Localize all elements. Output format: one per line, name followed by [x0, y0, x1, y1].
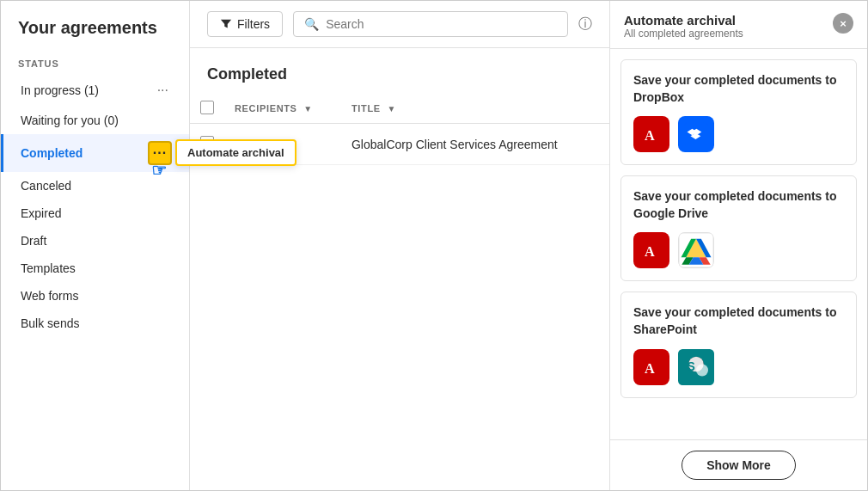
cursor-hand-icon: ☞ — [151, 160, 167, 181]
panel-header: Automate archival All completed agreemen… — [610, 1, 867, 49]
search-box[interactable]: 🔍 — [293, 11, 568, 37]
row-title: GlobalCorp Client Services Agreement — [341, 124, 609, 165]
search-input[interactable] — [326, 17, 557, 31]
sidebar-item-expired[interactable]: Expired — [1, 199, 189, 227]
filter-label: Filters — [237, 17, 270, 31]
sidebar-item-draft[interactable]: Draft — [1, 227, 189, 255]
sidebar-item-in-progress[interactable]: In progress (1) ··· — [1, 74, 189, 107]
automate-archival-tooltip: Automate archival — [175, 139, 296, 166]
google-drive-icon — [678, 232, 714, 268]
automate-archival-wrapper: ··· Automate archival ☞ — [148, 141, 172, 165]
dropbox-card[interactable]: Save your completed documents to DropBox… — [620, 59, 857, 165]
sidebar-item-label: Draft — [21, 234, 46, 248]
svg-text:A: A — [645, 244, 655, 260]
funnel-icon — [220, 18, 232, 30]
recipients-sort-icon[interactable]: ▼ — [303, 104, 313, 114]
panel-subtitle: All completed agreements — [624, 28, 743, 40]
gdrive-card-icons: A — [633, 232, 844, 268]
main-content: Filters 🔍 ⓘ Completed Recipients — [190, 1, 609, 490]
svg-text:S: S — [688, 359, 695, 372]
dropbox-card-icons: A — [633, 116, 844, 152]
panel-body: Save your completed documents to DropBox… — [610, 49, 867, 439]
sidebar-item-label: In progress (1) — [21, 83, 99, 97]
sidebar-item-web-forms[interactable]: Web forms — [1, 282, 189, 310]
acrobat-icon: A — [633, 116, 669, 152]
sharepoint-card-icons: A S — [633, 349, 844, 385]
dropbox-card-title: Save your completed documents to DropBox — [633, 72, 844, 106]
sidebar-item-label: Waiting for you (0) — [21, 114, 119, 127]
sidebar-item-label: Completed — [21, 146, 83, 160]
table-area: Completed Recipients ▼ Title ▼ — [190, 48, 609, 490]
sidebar-item-label: Expired — [21, 206, 61, 220]
gdrive-card[interactable]: Save your completed documents to Google … — [620, 175, 857, 281]
acrobat-icon-2: A — [633, 232, 669, 268]
sidebar: Your agreements STATUS In progress (1) ·… — [1, 1, 190, 490]
sidebar-item-completed[interactable]: Completed ··· Automate archival ☞ — [1, 134, 189, 172]
sidebar-item-label: Canceled — [21, 179, 71, 193]
show-more-button[interactable]: Show More — [682, 451, 796, 480]
sidebar-item-bulk-sends[interactable]: Bulk sends — [1, 310, 189, 337]
panel-title: Automate archival — [624, 13, 743, 28]
sharepoint-card[interactable]: Save your completed documents to SharePo… — [620, 292, 857, 397]
sidebar-item-label: Templates — [21, 261, 76, 275]
panel-header-text: Automate archival All completed agreemen… — [624, 13, 743, 40]
sharepoint-card-title: Save your completed documents to SharePo… — [633, 304, 844, 338]
title-sort-icon[interactable]: ▼ — [388, 104, 397, 114]
dots-icon: ··· — [153, 145, 167, 161]
sidebar-title: Your agreements — [1, 18, 189, 52]
select-all-checkbox[interactable] — [200, 101, 214, 114]
table-section-title: Completed — [190, 48, 609, 94]
more-dots-icon[interactable]: ··· — [154, 81, 172, 100]
sidebar-item-waiting[interactable]: Waiting for you (0) — [1, 107, 189, 134]
search-icon: 🔍 — [304, 17, 319, 31]
col-recipients: Recipients ▼ — [224, 94, 341, 124]
panel-close-button[interactable]: × — [833, 13, 853, 34]
col-title: Title ▼ — [341, 94, 609, 124]
sharepoint-icon: S — [678, 349, 714, 385]
svg-text:A: A — [645, 128, 655, 144]
sidebar-status-label: STATUS — [1, 52, 189, 74]
filter-button[interactable]: Filters — [207, 11, 283, 37]
sidebar-item-label: Bulk sends — [21, 316, 79, 330]
sidebar-item-templates[interactable]: Templates — [1, 255, 189, 282]
info-icon[interactable]: ⓘ — [578, 15, 592, 34]
right-panel: Automate archival All completed agreemen… — [609, 1, 867, 490]
col-checkbox — [190, 94, 224, 124]
main-toolbar: Filters 🔍 ⓘ — [190, 1, 609, 48]
gdrive-card-title: Save your completed documents to Google … — [633, 188, 844, 222]
panel-footer: Show More — [610, 439, 867, 490]
svg-text:A: A — [645, 360, 655, 376]
dropbox-icon — [678, 116, 714, 152]
sidebar-item-label: Web forms — [21, 289, 78, 303]
svg-point-20 — [696, 364, 708, 376]
acrobat-icon-3: A — [633, 349, 669, 385]
